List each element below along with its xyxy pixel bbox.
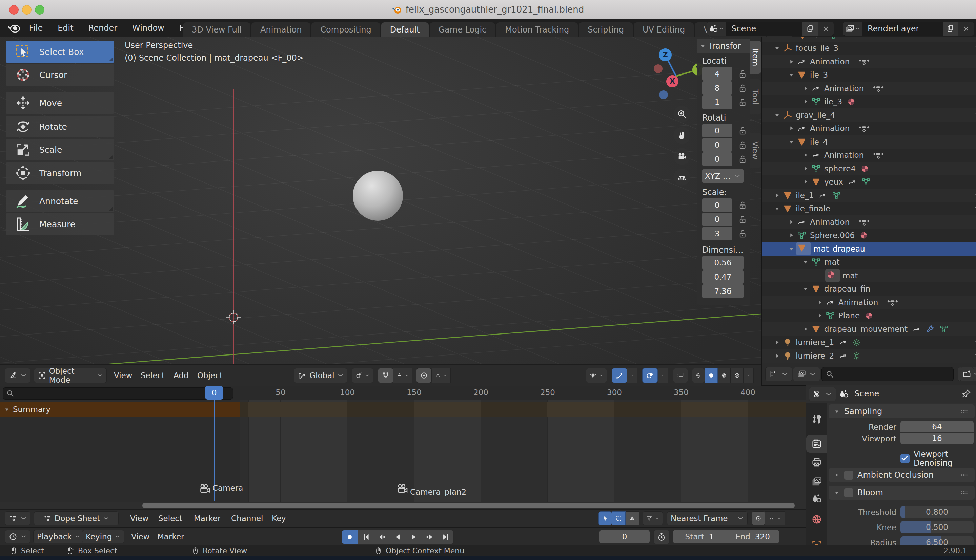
outliner-display-mode-button[interactable]	[765, 367, 792, 381]
toggle-camera-view-button[interactable]	[674, 148, 690, 165]
show-overlays-toggle[interactable]	[642, 368, 658, 383]
rotation-y-field[interactable]: 0	[702, 138, 732, 152]
disclosure-collapsed-icon[interactable]	[787, 125, 795, 132]
object-mode-dropdown[interactable]: Object Mode	[34, 368, 107, 383]
bloom-section-header[interactable]: Bloom	[829, 485, 974, 500]
outliner-filter-id-button[interactable]	[793, 367, 820, 381]
tool-cursor[interactable]: Cursor	[6, 64, 114, 86]
disclosure-expanded-icon[interactable]	[787, 71, 795, 78]
show-gizmos-toggle[interactable]	[612, 368, 627, 383]
pin-icon[interactable]	[961, 389, 971, 399]
outliner-row-ile_3[interactable]: ile_3	[762, 68, 976, 82]
properties-tab-view-layer[interactable]	[806, 473, 827, 491]
disclosure-collapsed-icon[interactable]	[802, 85, 809, 92]
disclosure-collapsed-icon[interactable]	[787, 58, 795, 65]
render-samples-field[interactable]: 64	[901, 421, 974, 432]
proportional-editing-toggle[interactable]	[416, 368, 432, 383]
xray-toggle[interactable]	[673, 368, 688, 383]
disclosure-collapsed-icon[interactable]	[802, 98, 809, 105]
ambient-occlusion-checkbox[interactable]	[844, 471, 853, 480]
tab-compositing[interactable]: Compositing	[311, 22, 380, 37]
menu-render[interactable]: Render	[81, 19, 125, 37]
disclosure-collapsed-icon[interactable]	[816, 312, 824, 319]
timeline-keying-dropdown[interactable]: Keying	[82, 530, 124, 543]
scene-copy-button[interactable]	[802, 22, 818, 35]
outliner-row-Sphere.006[interactable]: Sphere.006	[762, 228, 976, 242]
properties-tab-tool[interactable]	[806, 410, 827, 428]
tab-uv-editing[interactable]: UV Editing	[634, 22, 694, 37]
outliner-row-Animation[interactable]: Animation	[762, 148, 976, 162]
jump-to-end-button[interactable]	[438, 530, 454, 544]
current-frame-field[interactable]: 0	[600, 530, 650, 543]
play-reverse-button[interactable]	[390, 530, 406, 544]
filter-dropdown[interactable]	[643, 511, 663, 525]
box-select-keys-toggle[interactable]	[612, 511, 626, 525]
shading-rendered-button[interactable]	[730, 368, 744, 383]
scene-unlink-button[interactable]	[818, 22, 834, 35]
only-selected-toggle[interactable]	[598, 511, 612, 525]
dope-sheet-editor[interactable]: 50100150200250300350400 Summary 0 Camera…	[0, 386, 806, 527]
timeline-menu-marker[interactable]: Marker	[153, 530, 189, 544]
tool-measure[interactable]: Measure	[6, 213, 114, 235]
viewport-menu-view[interactable]: View	[110, 368, 137, 383]
renderlayer-icon-button[interactable]	[843, 22, 862, 35]
camera-marker-Camera_plan2[interactable]: Camera_plan2	[396, 483, 466, 497]
disclosure-expanded-icon[interactable]	[802, 285, 809, 293]
chevron-down-icon[interactable]	[974, 338, 976, 347]
frame-end-field[interactable]: End320	[726, 530, 779, 543]
dopesheet-menu-channel[interactable]: Channel	[227, 511, 267, 525]
outliner-row-focus_ile_3[interactable]: focus_ile_3	[762, 41, 976, 55]
tool-annotate[interactable]: Annotate	[6, 190, 114, 212]
ambient-occlusion-section-header[interactable]: Ambient Occlusion	[829, 468, 974, 482]
tab-motion-tracking[interactable]: Motion Tracking	[496, 22, 578, 37]
playhead-frame-badge[interactable]: 0	[205, 386, 223, 400]
renderlayer-unlink-button[interactable]	[958, 22, 974, 35]
dopesheet-menu-marker[interactable]: Marker	[190, 511, 225, 525]
properties-tab-render[interactable]	[806, 435, 827, 453]
outliner-row-Animation[interactable]: Animation	[762, 55, 976, 68]
tab-game-logic[interactable]: Game Logic	[430, 22, 495, 37]
proportional-falloff-dropdown[interactable]	[432, 368, 451, 383]
scale-z-field[interactable]: 3	[702, 227, 732, 240]
menu-edit[interactable]: Edit	[50, 19, 81, 37]
overlays-dropdown[interactable]	[658, 368, 668, 383]
properties-tab-output[interactable]	[806, 454, 827, 471]
outliner-row-mat_drapeau[interactable]: mat_drapeau	[762, 242, 976, 256]
dopesheet-menu-key[interactable]: Key	[268, 511, 290, 525]
frame-start-field[interactable]: Start1	[673, 530, 726, 543]
outliner-row-Animation[interactable]: Animation	[762, 295, 976, 309]
outliner-row-Animation[interactable]: Animation	[762, 215, 976, 229]
timeline-menu-view[interactable]: View	[127, 530, 154, 544]
location-z-field[interactable]: 1	[702, 95, 732, 109]
use-preview-range-button[interactable]	[653, 530, 670, 544]
chevron-down-icon[interactable]	[974, 111, 976, 120]
3d-viewport[interactable]: User Perspective (0) Scene Collection | …	[0, 37, 761, 386]
auto-keying-record-button[interactable]	[342, 530, 358, 544]
chevron-down-icon[interactable]	[974, 352, 976, 360]
rotation-x-field[interactable]: 0	[702, 124, 732, 137]
properties-tab-scene[interactable]	[806, 490, 827, 508]
rotation-order-dropdown[interactable]: XYZ …	[702, 169, 744, 183]
scale-y-field[interactable]: 0	[702, 213, 732, 226]
play-button[interactable]	[406, 530, 422, 544]
pivot-point-dropdown[interactable]	[352, 368, 373, 383]
viewport-menu-add[interactable]: Add	[169, 368, 193, 383]
timeline-playback-dropdown[interactable]: Playback	[33, 530, 84, 543]
outliner-row-Animation[interactable]: Animation	[762, 122, 976, 135]
disclosure-collapsed-icon[interactable]	[773, 338, 781, 346]
outliner-row-sphere4[interactable]: sphere4	[762, 162, 976, 175]
outliner-row-ile_finale[interactable]: ile_finale	[762, 202, 976, 215]
outliner-row-lumiere_1[interactable]: lumiere_1	[762, 335, 976, 349]
proportional-editing-keys-toggle[interactable]	[752, 511, 765, 525]
outliner-row-yeux[interactable]: yeux	[762, 175, 976, 188]
dopesheet-menu-select[interactable]: Select	[154, 511, 186, 525]
blender-logo-icon[interactable]	[7, 21, 21, 35]
dopesheet-mode-dropdown[interactable]: Dope Sheet	[34, 511, 119, 525]
summary-channel[interactable]: Summary	[0, 402, 240, 417]
toggle-perspective-button[interactable]	[674, 168, 690, 185]
disclosure-collapsed-icon[interactable]	[787, 218, 795, 226]
scene-icon[interactable]	[707, 22, 726, 35]
shading-dropdown[interactable]	[744, 368, 754, 383]
scale-x-field[interactable]: 0	[702, 198, 732, 212]
shading-solid-button[interactable]	[705, 368, 718, 383]
